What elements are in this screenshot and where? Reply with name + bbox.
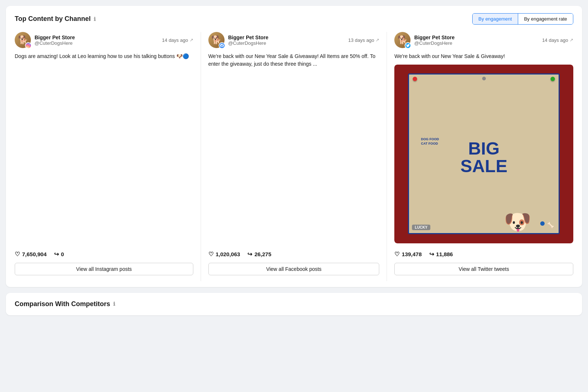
heart-icon-fb: ♡ (208, 251, 214, 258)
twitter-column: 🐕 Bigger Pet Store @CuterDogsHere 14 day… (387, 32, 573, 281)
facebook-account-name: Bigger Pet Store (228, 35, 345, 40)
content-columns: 🐕 Bigger Pet Store @CuterDogsHere 14 day… (15, 32, 573, 281)
heart-icon-tw: ♡ (394, 251, 399, 258)
facebook-post-content: We're back with our New Year Sale & Give… (208, 52, 380, 243)
twitter-social-badge (405, 42, 411, 49)
facebook-stats-row: ♡ 1,020,063 ↪ 26,275 (208, 248, 380, 258)
twitter-post-meta: Bigger Pet Store @CuterDogsHere (414, 35, 538, 46)
twitter-stats-row: ♡ 139,478 ↪ 11,886 (394, 248, 573, 258)
dog-emoji: 🐶 (504, 211, 531, 233)
instagram-post-content: Dogs are amazing! Look at Leo learning h… (15, 52, 193, 243)
card-title-text: Top Content by Channel (15, 15, 91, 23)
instagram-post-meta: Bigger Pet Store @CuterDogsHere (35, 35, 158, 46)
toggle-group: By engagement By engagement rate (472, 13, 573, 25)
lucky-bowl: LUCKY (412, 225, 430, 230)
facebook-post-header: 🐕 Bigger Pet Store @CuterDogsHere 13 day… (208, 32, 380, 48)
pin-green (551, 77, 555, 81)
facebook-likes-stat: ♡ 1,020,063 (208, 251, 240, 258)
instagram-post-time-row: 14 days ago ↗ (162, 37, 193, 43)
twitter-likes-value: 139,478 (402, 251, 422, 257)
comparison-title: Comparison With Competitors ℹ (15, 300, 573, 308)
share-icon: ↪ (54, 251, 59, 258)
big-sale-inner: BIG SALE 🐶 DOG FOOD CAT FOOD (408, 73, 560, 234)
facebook-external-link-icon[interactable]: ↗ (376, 37, 379, 43)
facebook-post-time-row: 13 days ago ↗ (348, 37, 379, 43)
instagram-social-badge (25, 42, 32, 49)
instagram-shares-value: 0 (61, 251, 64, 257)
instagram-external-link-icon[interactable]: ↗ (190, 37, 193, 43)
twitter-avatar-wrap: 🐕 (394, 32, 410, 48)
facebook-column: 🐕 Bigger Pet Store @CuterDogsHere 13 day… (201, 32, 387, 281)
facebook-post-meta: Bigger Pet Store @CuterDogsHere (228, 35, 345, 46)
instagram-likes-value: 7,650,904 (22, 251, 47, 257)
facebook-social-badge (219, 42, 225, 49)
toggle-by-engagement-rate[interactable]: By engagement rate (518, 14, 573, 24)
heart-icon: ♡ (15, 251, 20, 258)
instagram-column: 🐕 Bigger Pet Store @CuterDogsHere 14 day… (15, 32, 201, 281)
facebook-shares-stat: ↪ 26,275 (247, 251, 271, 258)
instagram-account-name: Bigger Pet Store (35, 35, 158, 40)
view-facebook-button[interactable]: View all Facebook posts (208, 263, 380, 275)
twitter-post-content: We're back with our New Year Sale & Give… (394, 52, 573, 60)
twitter-account-handle: @CuterDogsHere (414, 40, 538, 46)
instagram-likes-stat: ♡ 7,650,904 (15, 251, 47, 258)
comparison-card: Comparison With Competitors ℹ (6, 293, 582, 315)
twitter-shares-stat: ↪ 11,886 (429, 251, 453, 258)
twitter-likes-stat: ♡ 139,478 (394, 251, 422, 258)
twitter-post-time: 14 days ago ↗ (542, 37, 573, 43)
twitter-post-header: 🐕 Bigger Pet Store @CuterDogsHere 14 day… (394, 32, 573, 48)
facebook-avatar-wrap: 🐕 (208, 32, 225, 48)
dog-food-text: DOG FOOD CAT FOOD (421, 137, 439, 146)
dog-illustration: 🐶 (476, 146, 559, 233)
facebook-likes-value: 1,020,063 (216, 251, 240, 257)
big-sale-banner: BIG SALE 🐶 DOG FOOD CAT FOOD (394, 65, 573, 243)
twitter-post-image: BIG SALE 🐶 DOG FOOD CAT FOOD (394, 65, 573, 243)
pin-gray (482, 77, 486, 80)
twitter-shares-value: 11,886 (436, 251, 453, 257)
card-title: Top Content by Channel ℹ (15, 15, 96, 23)
instagram-stats-row: ♡ 7,650,904 ↪ 0 (15, 248, 193, 258)
pin-red (413, 77, 417, 81)
comparison-title-text: Comparison With Competitors (15, 300, 110, 308)
toggle-by-engagement[interactable]: By engagement (473, 14, 518, 24)
share-icon-tw: ↪ (429, 251, 434, 258)
instagram-account-handle: @CuterDogsHere (35, 40, 158, 46)
facebook-account-handle: @CuterDogsHere (228, 40, 345, 46)
instagram-shares-stat: ↪ 0 (54, 251, 64, 258)
card-header: Top Content by Channel ℹ By engagement B… (15, 13, 573, 25)
instagram-post-time: 14 days ago ↗ (162, 37, 193, 43)
share-icon-fb: ↪ (247, 251, 252, 258)
view-twitter-button[interactable]: View all Twitter tweets (394, 263, 573, 275)
twitter-post-time-row: 14 days ago ↗ (542, 37, 573, 43)
top-content-card: Top Content by Channel ℹ By engagement B… (6, 6, 582, 287)
instagram-avatar-wrap: 🐕 (15, 32, 31, 48)
facebook-shares-value: 26,275 (254, 251, 271, 257)
view-instagram-button[interactable]: View all Instagram posts (15, 263, 193, 275)
twitter-account-name: Bigger Pet Store (414, 35, 538, 40)
facebook-post-time: 13 days ago ↗ (348, 37, 379, 43)
comparison-info-icon[interactable]: ℹ (113, 301, 115, 307)
instagram-post-header: 🐕 Bigger Pet Store @CuterDogsHere 14 day… (15, 32, 193, 48)
bone-icon: 🦴 (547, 222, 554, 229)
twitter-external-link-icon[interactable]: ↗ (570, 37, 573, 43)
info-icon[interactable]: ℹ (94, 16, 96, 22)
